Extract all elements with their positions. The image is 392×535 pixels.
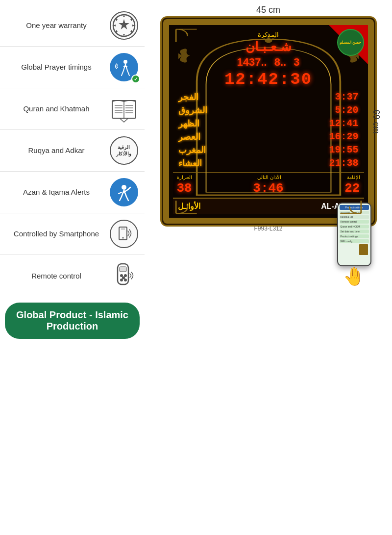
feature-prayer: Global Prayer timings [0,47,145,88]
phone-row-5: WiFi config [340,239,369,243]
temperature-value: 22 [344,181,360,196]
clock-display: المذكرة شـعـبـان 1437.. 8.. 3 12:42:30 [163,19,374,224]
bottom-values: 38 3:46 22 [177,181,360,196]
feature-ruqya: Ruqya and Adkar الرقيةوالأذكار [0,130,145,172]
smartphone-circle-icon [110,220,138,248]
azan-circle-icon [110,178,138,206]
svg-point-22 [124,279,127,281]
prayer-maghrib-name: المغرب [178,145,206,155]
prayer-shuruq-name: الشروق [178,105,207,116]
prayer-icon-wrapper: ✓ [110,53,138,81]
bottom-labels: الإقامة الأذان التالي الحرارة [177,175,360,180]
green-seal: حصن المسلم [337,29,364,56]
feature-azan: Azan & Iqama Alerts [0,172,145,213]
dimension-top: 45 cm [256,5,280,15]
feature-remote: Remote control [0,255,145,297]
bottom-section: الإقامة الأذان التالي الحرارة 38 3:46 22 [173,172,364,198]
feature-warranty-text: One year warranty [5,21,108,30]
temperature-label: الحرارة [177,175,192,180]
svg-point-16 [122,237,123,239]
next-azan-label: الأذان التالي [257,175,281,180]
phone-row-4: Product settings [340,234,369,238]
check-mark: ✓ [134,76,138,82]
clock-wrapper: المذكرة شـعـبـان 1437.. 8.. 3 12:42:30 [163,19,374,224]
prayer-isha-row: العشاء 21:38 [176,157,361,169]
phone-row-3: Set date and time [340,229,369,233]
phone-screen: Product settings 2021/07/07 ( 01:34:16 )… [338,204,370,265]
prayer-isha-time: 21:38 [329,157,358,169]
remote-icon [108,260,140,292]
feature-ruqya-text: Ruqya and Adkar [5,146,108,155]
ruqya-circle-icon: الرقيةوالأذكار [110,136,138,165]
azan-icon [108,177,140,208]
ruqya-arabic-text: الرقيةوالأذكار [116,144,131,157]
svg-rect-18 [120,267,126,272]
prayer-fajr-time: 3:37 [335,91,358,102]
phone-thumbnail [359,244,368,255]
phone-ip: 192.168.1.108 [340,215,369,219]
prayer-icon: ✓ [108,51,140,83]
quran-svg-icon [110,95,138,123]
date-day: 3 [294,56,299,69]
prayer-shuruq-time: 5:20 [335,104,358,116]
iqama-value: 38 [177,181,192,196]
date-month: 8.. [274,56,286,69]
phone-holder: Product settings 2021/07/07 ( 01:34:16 )… [337,203,371,287]
feature-remote-text: Remote control [5,271,108,281]
feature-quran-text: Quran and Khatmah [5,104,108,114]
feature-quran: Quran and Khatmah [0,88,145,130]
svg-point-13 [122,185,126,190]
star-circle-icon [110,11,138,40]
svg-point-21 [120,279,123,281]
phone-row-2: Quran and HOKM [340,225,369,229]
product-panel: 45 cm [145,0,392,535]
prayer-dhuhr-time: 12:41 [329,118,358,129]
prayer-dhuhr-row: الظهر 12:41 [176,117,361,129]
remote-svg-icon [108,260,140,292]
prayer-maghrib-row: المغرب 19:55 [176,144,361,156]
ruqya-icon: الرقيةوالأذكار [108,135,140,167]
phone-row-1: Remote control [340,220,369,224]
prayer-dhuhr-name: الظهر [178,118,199,129]
features-panel: One year warranty [0,0,145,535]
svg-point-20 [124,274,127,277]
feature-warranty: One year warranty [0,5,145,47]
prayer-shuruq-row: الشروق 5:20 [176,104,361,116]
phone-mock: Product settings 2021/07/07 ( 01:34:16 )… [337,203,371,266]
feature-azan-text: Azan & Iqama Alerts [5,187,108,197]
feature-smartphone-text: Controlled by Smartphone [5,229,108,239]
next-azan-value: 3:46 [253,181,283,196]
svg-point-23 [122,277,125,280]
phone-datetime: 2021/07/07 ( 01:34:16 ) [340,211,369,214]
prayer-maghrib-time: 19:55 [329,144,358,155]
prayer-svg-icon [115,58,133,76]
prayer-asr-time: 16:29 [329,131,358,142]
prayer-fajr-name: الفجر [178,92,198,102]
clock-time-main: 12:42:30 [176,70,361,89]
azan-svg-icon [115,183,133,202]
global-banner: Global Product - Islamic Production [5,303,140,339]
check-badge: ✓ [131,75,140,83]
hand-emoji: 🤚 [343,266,365,287]
quran-icon [108,93,140,125]
iqama-label: الإقامة [347,175,360,180]
prayer-isha-name: العشاء [178,158,202,169]
smartphone-svg-icon [114,224,134,244]
prayer-asr-name: العصر [178,131,200,142]
svg-marker-1 [119,19,129,29]
svg-point-2 [123,60,127,64]
prayer-asr-row: العصر 16:29 [176,130,361,143]
prayer-fajr-row: الفجر 3:37 [176,91,361,103]
date-year: 1437.. [237,56,267,69]
warranty-svg-icon [112,13,136,38]
dimension-right: 69 cm [371,109,381,133]
phone-screen-title: Product settings [340,205,369,210]
global-banner-text: Global Product - Islamic Production [16,309,128,331]
smartphone-icon [108,218,140,250]
smartphone-area: Product settings 2021/07/07 ( 01:34:16 )… [163,203,374,287]
svg-point-19 [120,274,123,277]
main-container: One year warranty [0,0,392,535]
feature-smartphone: Controlled by Smartphone [0,213,145,255]
seal-text: حصن المسلم [340,40,361,45]
warranty-icon [108,10,140,42]
